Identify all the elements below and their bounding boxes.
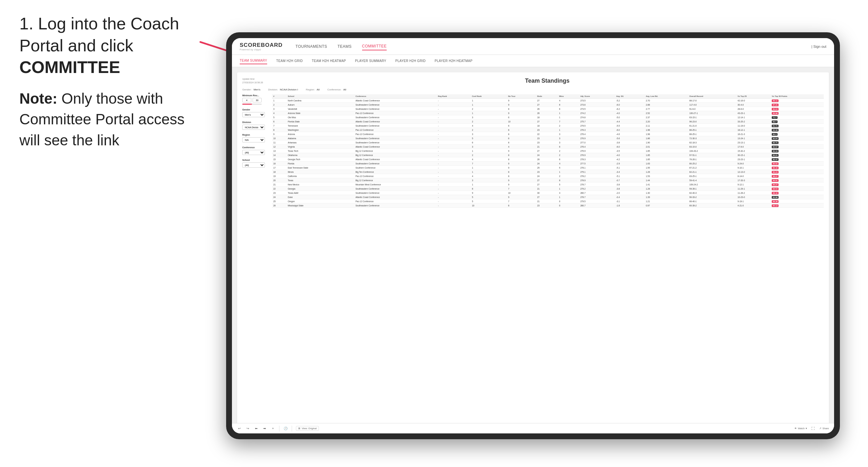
reg-rank-cell: - (437, 204, 471, 208)
nav-item-tournaments[interactable]: TOURNAMENTS (296, 43, 327, 50)
move-back-icon[interactable]: ⬅ (254, 426, 258, 431)
sg-cell: -4.0 (615, 153, 645, 157)
rounds-slider[interactable] (242, 104, 262, 105)
conference-filter: Conference: All (327, 88, 346, 91)
conference-select[interactable]: (All) (242, 150, 265, 155)
sub-nav-player-summary[interactable]: PLAYER SUMMARY (355, 58, 386, 64)
adj-score-cell: 279.1 (579, 170, 615, 174)
region-select[interactable]: N/A All (242, 137, 265, 143)
school-select[interactable]: (All) (242, 162, 265, 167)
avg-sg-cell: 1.85 (645, 149, 688, 153)
share-button[interactable]: ↗ Share (819, 427, 829, 430)
sub-nav-player-h2h-grid[interactable]: PLAYER H2H GRID (395, 58, 426, 64)
adj-score-cell: 276.4 (579, 145, 615, 149)
undo-icon[interactable]: ↩ (237, 426, 242, 431)
sub-nav-team-h2h-grid[interactable]: TEAM H2H GRID (276, 58, 303, 64)
overall-cell: 87-21-2 (688, 166, 736, 170)
conf-cell: Southeastern Conference (354, 191, 436, 195)
rank-cell: 18 (272, 170, 286, 174)
view-original-label: View: Original (302, 427, 317, 430)
adj-score-cell: 274.8 (579, 115, 615, 120)
rank-cell: 24 (272, 195, 286, 199)
view-original-button[interactable]: ⊞ View: Original (296, 426, 319, 431)
wins-cell: 4 (558, 161, 579, 166)
points-cell: 86.91 (770, 178, 824, 183)
gender-filter: Gender: Men's (242, 88, 260, 91)
rnds-cell: 18 (536, 115, 558, 120)
avg-sg-cell: 1.98 (645, 128, 688, 132)
avg-sg-cell: 2.20 (645, 120, 688, 124)
sg-cell: -5.2 (615, 98, 645, 103)
sub-nav-team-summary[interactable]: TEAM SUMMARY (240, 58, 267, 64)
avg-sg-cell: 2.37 (645, 115, 688, 120)
sg-cell: -4.0 (615, 111, 645, 115)
wins-cell: 1 (558, 195, 579, 199)
adj-score-cell: 279.2 (579, 187, 615, 191)
vs25-cell: 15-32-2 (736, 149, 770, 153)
conf-cell: Pac-12 Conference (354, 111, 436, 115)
wins-cell: 3 (558, 141, 579, 145)
no-tour-cell: 9 (507, 161, 536, 166)
avg-sg-cell: 1.90 (645, 141, 688, 145)
redo-icon[interactable]: ↪ (246, 426, 250, 431)
conf-rank-cell: 1 (471, 170, 507, 174)
avg-sg-cell: 1.41 (645, 183, 688, 187)
avg-sg-cell: 1.53 (645, 174, 688, 178)
add-icon[interactable]: + (271, 426, 275, 431)
panel-title: Team Standings (271, 77, 824, 84)
nav-item-teams[interactable]: TEAMS (338, 43, 352, 50)
school-cell: Washington (286, 128, 354, 132)
sub-nav-team-h2h-heatmap[interactable]: TEAM H2H HEATMAP (312, 58, 346, 64)
watch-button[interactable]: 👁 Watch ▾ (794, 427, 807, 430)
school-cell: Florida (286, 161, 354, 166)
app-logo-sub: Powered by clippd (240, 49, 283, 51)
rank-cell: 3 (272, 107, 286, 111)
avg-sg-cell: 1.98 (645, 132, 688, 136)
adj-score-cell: 280.7 (579, 191, 615, 195)
conf-rank-cell: 1 (471, 103, 507, 107)
rnds-cell: 23 (536, 170, 558, 174)
overall-cell: 109-24-2 (688, 183, 736, 187)
wins-cell: 2 (558, 174, 579, 178)
col-vs-top-50: Vs Top 50 Points (770, 94, 824, 98)
overall-cell: 72-30-3 (688, 136, 736, 141)
conf-rank-cell: 4 (471, 174, 507, 178)
col-conference: Conference (354, 94, 436, 98)
conf-rank-cell: 5 (471, 136, 507, 141)
min-rounds-to-input[interactable] (253, 98, 262, 102)
sub-nav-player-h2h-heatmap[interactable]: PLAYER H2H HEATMAP (435, 58, 473, 64)
sg-cell: -4.2 (615, 157, 645, 161)
clock-icon[interactable]: 🕐 (283, 426, 288, 431)
min-rounds-from-input[interactable] (242, 98, 251, 102)
nav-item-committee[interactable]: COMMITTEE (362, 43, 387, 51)
wins-cell: 4 (558, 191, 579, 195)
no-tour-cell: 9 (507, 183, 536, 187)
avg-sg-cell: 2.88 (645, 103, 688, 107)
toolbar-separator-2 (292, 426, 292, 432)
adj-score-cell: 279.5 (579, 199, 615, 204)
school-label: School (242, 159, 268, 161)
fullscreen-icon[interactable]: ⛶ (811, 426, 815, 431)
view-original-icon: ⊞ (298, 427, 301, 430)
points-cell: 82.3 (770, 132, 824, 136)
reg-rank-cell: - (437, 145, 471, 149)
gender-select[interactable]: Men's Women's (242, 112, 265, 117)
table-row: 26 Mississippi State Southeastern Confer… (272, 204, 824, 208)
rnds-cell: 18 (536, 124, 558, 128)
reg-rank-cell: - (437, 111, 471, 115)
reg-rank-cell: - (437, 103, 471, 107)
avg-sg-cell: 1.44 (645, 178, 688, 183)
move-forward-icon[interactable]: ➡ (262, 426, 267, 431)
instruction-text-before: Log into the Coach Portal and click (20, 14, 179, 55)
rank-cell: 4 (272, 111, 286, 115)
rank-cell: 2 (272, 103, 286, 107)
conf-rank-cell: 4 (471, 124, 507, 128)
sign-out-button[interactable]: | Sign out (811, 44, 826, 49)
rank-cell: 11 (272, 141, 286, 145)
overall-cell: 60-39-2 (688, 204, 736, 208)
division-select[interactable]: NCAA Division I NCAA Division II NCAA Di… (242, 125, 265, 130)
gender-label: Gender (242, 108, 268, 111)
sg-cell: -0.4 (615, 195, 645, 199)
table-row: 24 Duke Atlantic Coast Conference - 5 9 … (272, 195, 824, 199)
points-cell: 80.94 (770, 136, 824, 141)
